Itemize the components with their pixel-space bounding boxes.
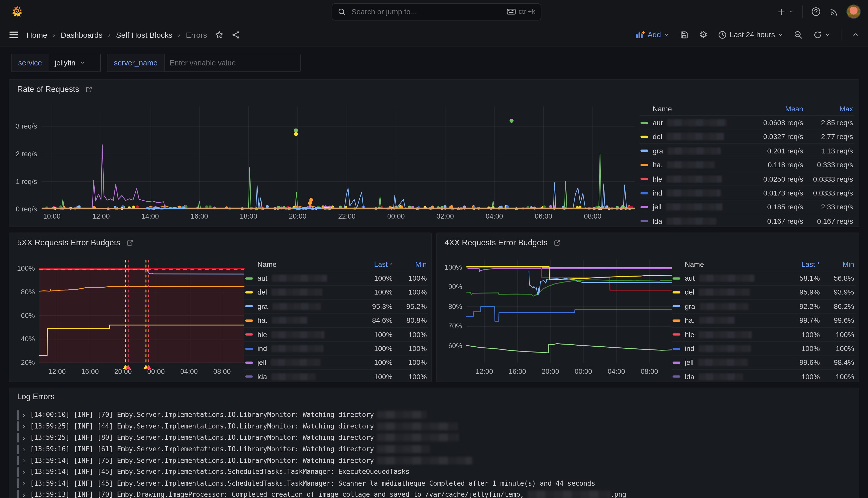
expand-icon[interactable]: › (23, 445, 25, 453)
expand-icon[interactable]: › (23, 490, 25, 498)
legend-series-name[interactable]: hle (671, 330, 784, 339)
legend-row[interactable]: lda0.167 req/s0.167 req/s (639, 214, 854, 228)
legend-row[interactable]: ha.99.7%99.6% (671, 313, 855, 327)
expand-icon[interactable]: › (23, 422, 25, 430)
legend-row[interactable]: hle100%100% (244, 327, 428, 341)
service-variable-select[interactable]: jellyfin (49, 53, 101, 71)
log-row[interactable]: ›[13:59:16] [INF] [61] Emby.Server.Imple… (17, 443, 853, 455)
refresh-button[interactable] (813, 30, 830, 39)
legend-row[interactable]: del0.0327 req/s2.77 req/s (639, 130, 854, 144)
legend-series-name[interactable]: aut (244, 274, 357, 282)
legend-header-last[interactable]: Last * (784, 260, 821, 268)
expand-icon[interactable]: › (23, 434, 25, 442)
legend-row[interactable]: lda100%100% (244, 369, 428, 383)
5xx-error-budget-chart[interactable]: 12:0016:0020:0000:0004:0008:0020%40%60%8… (14, 253, 249, 380)
legend-header-min[interactable]: Min (393, 260, 428, 268)
log-row[interactable]: ›[13:59:14] [INF] [45] Emby.Server.Imple… (17, 478, 853, 489)
legend-header-mean[interactable]: Mean (745, 104, 804, 113)
legend-series-name[interactable]: hle (244, 330, 357, 339)
legend-row[interactable]: del95.9%93.9% (671, 285, 855, 299)
legend-series-name[interactable]: lda (244, 372, 357, 381)
expand-icon[interactable]: › (23, 456, 25, 464)
legend-series-name[interactable]: ind (639, 189, 745, 197)
legend-row[interactable]: jell99.6%98.4% (671, 355, 855, 369)
search-bar[interactable]: ctrl+k (332, 3, 542, 20)
breadcrumb-dashboards[interactable]: Dashboards (61, 30, 103, 39)
log-row[interactable]: ›[13:59:25] [INF] [44] Emby.Server.Imple… (17, 420, 853, 432)
legend-header-min[interactable]: Min (821, 260, 855, 268)
panel-title[interactable]: Log Errors (17, 392, 55, 401)
grafana-logo-icon[interactable] (11, 5, 24, 18)
external-link-icon[interactable] (85, 86, 92, 93)
legend-series-name[interactable]: ind (671, 344, 784, 353)
legend-row[interactable]: gra0.201 req/s1.13 req/s (639, 143, 854, 158)
legend-series-name[interactable]: jell (671, 358, 784, 367)
legend-row[interactable]: ind0.0173 req/s0.0333 req/s (639, 186, 854, 200)
legend-series-name[interactable]: del (639, 133, 745, 141)
add-menu-button[interactable] (777, 8, 794, 16)
legend-row[interactable]: aut0.0608 req/s2.85 req/s (639, 116, 854, 130)
legend-row[interactable]: ha.84.6%80.8% (244, 313, 428, 327)
legend-row[interactable]: gra92.2%86.2% (671, 299, 855, 313)
save-icon[interactable] (680, 30, 689, 39)
server-name-variable-input[interactable] (165, 53, 301, 71)
4xx-error-budget-chart[interactable]: 12:0016:0020:0000:0004:0008:0060%70%80%9… (441, 253, 676, 380)
log-row[interactable]: ›[14:00:10] [INF] [70] Emby.Server.Imple… (17, 409, 853, 420)
legend-series-name[interactable]: hle (639, 175, 745, 183)
star-icon[interactable] (215, 30, 224, 39)
external-link-icon[interactable] (126, 239, 133, 246)
legend-header-name[interactable]: Name (244, 260, 357, 268)
legend-row[interactable]: jell100%100% (244, 355, 428, 369)
add-button[interactable]: Add (635, 30, 669, 39)
external-link-icon[interactable] (554, 239, 561, 246)
legend-series-name[interactable]: del (244, 288, 357, 296)
legend-row[interactable]: ind100%100% (244, 341, 428, 355)
log-row[interactable]: ›[13:59:13] [INF] [70] Emby.Drawing.Imag… (17, 489, 853, 498)
user-avatar[interactable] (847, 5, 860, 18)
legend-series-name[interactable]: jell (244, 358, 357, 367)
log-row[interactable]: ›[13:59:14] [INF] [45] Emby.Server.Imple… (17, 466, 853, 477)
panel-title[interactable]: 4XX Requests Error Budgets (444, 238, 561, 247)
panel-title[interactable]: 5XX Requests Error Budgets (17, 238, 134, 247)
legend-header-max[interactable]: Max (804, 104, 854, 113)
zoom-out-icon[interactable] (794, 30, 803, 39)
legend-series-name[interactable]: gra (244, 302, 357, 311)
log-row[interactable]: ›[13:59:14] [INF] [75] Emby.Server.Imple… (17, 455, 853, 466)
time-range-picker[interactable]: Last 24 hours (718, 30, 783, 39)
legend-series-name[interactable]: ha. (244, 316, 357, 325)
share-icon[interactable] (231, 30, 240, 39)
search-input[interactable] (350, 7, 502, 16)
legend-row[interactable]: lda100%100% (671, 369, 855, 383)
news-icon[interactable] (829, 7, 839, 16)
legend-row[interactable]: ind100%100% (671, 341, 855, 355)
legend-series-name[interactable]: lda (639, 217, 745, 225)
legend-series-name[interactable]: jell (639, 203, 745, 211)
legend-header-last[interactable]: Last * (357, 260, 393, 268)
panel-title[interactable]: Rate of Requests (17, 85, 93, 94)
menu-icon[interactable] (9, 30, 19, 39)
legend-row[interactable]: aut100%100% (244, 271, 428, 285)
legend-header-name[interactable]: Name (639, 104, 745, 113)
legend-row[interactable]: hle100%100% (671, 327, 855, 341)
legend-series-name[interactable]: gra (671, 302, 784, 311)
log-row[interactable]: ›[13:59:25] [INF] [80] Emby.Server.Imple… (17, 432, 853, 443)
expand-icon[interactable]: › (23, 479, 25, 487)
expand-icon[interactable]: › (23, 411, 25, 419)
legend-series-name[interactable]: gra (639, 147, 745, 155)
breadcrumb-folder[interactable]: Self Host Blocks (116, 30, 172, 39)
legend-row[interactable]: ha.0.118 req/s0.333 req/s (639, 158, 854, 172)
legend-series-name[interactable]: lda (671, 372, 784, 381)
legend-series-name[interactable]: ind (244, 344, 357, 353)
legend-series-name[interactable]: ha. (671, 316, 784, 325)
legend-row[interactable]: gra95.3%95.2% (244, 299, 428, 313)
help-icon[interactable] (811, 7, 821, 17)
legend-series-name[interactable]: aut (639, 119, 745, 127)
legend-header-name[interactable]: Name (671, 260, 784, 268)
breadcrumb-home[interactable]: Home (27, 30, 48, 39)
rate-of-requests-chart[interactable]: 10:0012:0014:0016:0018:0020:0022:0000:00… (14, 102, 640, 222)
expand-icon[interactable]: › (23, 468, 25, 476)
legend-series-name[interactable]: ha. (639, 161, 745, 169)
legend-row[interactable]: del100%100% (244, 285, 428, 299)
settings-icon[interactable]: ⚙ (699, 30, 708, 40)
collapse-icon[interactable] (852, 31, 859, 38)
